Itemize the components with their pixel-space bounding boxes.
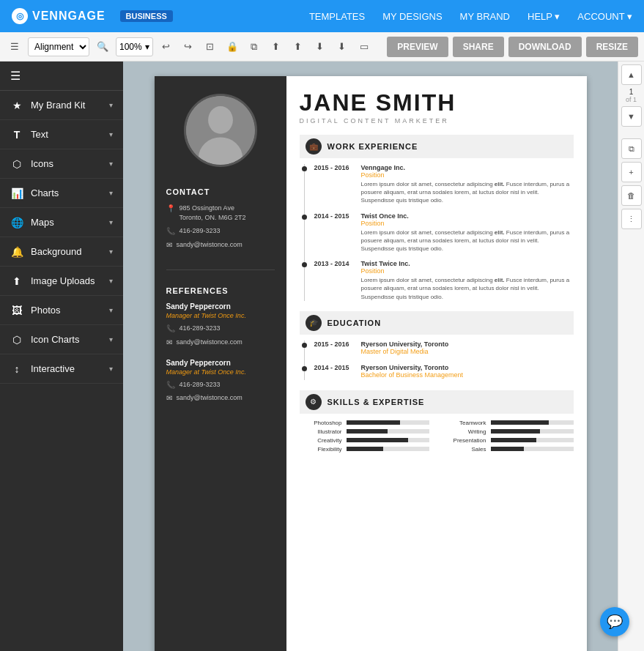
panel-copy-button[interactable]: ⧉ bbox=[621, 138, 642, 159]
undo-button[interactable]: ↩ bbox=[158, 38, 175, 56]
divider bbox=[166, 269, 275, 270]
work-item-2: 2014 - 2015 Twist Once Inc. Position Lor… bbox=[314, 212, 574, 253]
panel-down-button[interactable]: ▼ bbox=[621, 106, 642, 127]
search-icon[interactable]: 🔍 bbox=[94, 38, 111, 56]
move-top-button[interactable]: ⬆ bbox=[289, 38, 307, 56]
work-date-2: 2014 - 2015 bbox=[314, 212, 355, 253]
sidebar-item-interactive[interactable]: ↕ Interactive ▾ bbox=[0, 354, 123, 384]
ref1-email: ✉ sandy@twistonce.com bbox=[166, 338, 275, 347]
skill-label: Illustrator bbox=[300, 428, 342, 435]
edu-date-1: 2015 - 2016 bbox=[314, 341, 355, 357]
work-pos-3: Position bbox=[361, 267, 574, 275]
timeline-dot bbox=[302, 343, 307, 348]
skills-section: ⚙ SKILLS & EXPERTISE Photoshop Illustrat… bbox=[300, 390, 574, 455]
skill-label: Teamwork bbox=[444, 420, 486, 426]
work-date-3: 2013 - 2014 bbox=[314, 260, 355, 301]
phone-icon: 📞 bbox=[166, 381, 175, 389]
chevron-icon: ▾ bbox=[109, 365, 113, 373]
sidebar-item-text[interactable]: T Text ▾ bbox=[0, 120, 123, 149]
ref2-phone: 📞 416-289-3233 bbox=[166, 380, 275, 390]
skills-title: SKILLS & EXPERTISE bbox=[327, 398, 425, 406]
contact-address: 📍 985 Ossington Ave Toronto, ON. M6G 2T2 bbox=[166, 204, 275, 222]
resize-button[interactable]: RESIZE bbox=[586, 37, 638, 57]
edu-item-2: 2014 - 2015 Ryerson University, Toronto … bbox=[314, 364, 574, 380]
ref2-email: ✉ sandy@twistonce.com bbox=[166, 393, 275, 403]
sidebar-item-brand-kit[interactable]: ★ My Brand Kit ▾ bbox=[0, 91, 123, 120]
work-pos-1: Position bbox=[361, 171, 574, 179]
address-line2: Toronto, ON. M6G 2T2 bbox=[179, 213, 246, 223]
edu-org-2: Ryerson University, Toronto bbox=[361, 364, 574, 371]
contact-section: CONTACT 📍 985 Ossington Ave Toronto, ON.… bbox=[155, 179, 286, 262]
move-up-button[interactable]: ⬆ bbox=[267, 38, 285, 56]
sidebar-item-photos[interactable]: 🖼 Photos ▾ bbox=[0, 296, 123, 325]
edu-org-1: Ryerson University, Toronto bbox=[361, 341, 574, 348]
panel-delete-button[interactable]: 🗑 bbox=[621, 185, 642, 206]
canvas-area[interactable]: CONTACT 📍 985 Ossington Ave Toronto, ON.… bbox=[123, 62, 618, 651]
zoom-input[interactable]: 100% ▾ bbox=[116, 37, 153, 56]
move-bottom-button[interactable]: ⬇ bbox=[333, 38, 351, 56]
alignment-select[interactable]: Alignment bbox=[28, 37, 89, 56]
nav-my-brand[interactable]: MY BRAND bbox=[460, 11, 510, 22]
main-layout: ☰ ★ My Brand Kit ▾ T Text ▾ ⬡ Icons ▾ bbox=[0, 62, 644, 651]
nav-my-designs[interactable]: MY DESIGNS bbox=[382, 11, 442, 22]
skill-bar bbox=[347, 429, 388, 434]
nav-help[interactable]: HELP ▾ bbox=[528, 11, 560, 22]
resume-right-column: JANE SMITH DIGITAL CONTENT MARKETER 💼 WO… bbox=[286, 76, 587, 651]
skill-label: Flexibility bbox=[300, 446, 342, 453]
panel-up-button[interactable]: ▲ bbox=[621, 64, 642, 85]
sidebar-item-icon-charts[interactable]: ⬡ Icon Charts ▾ bbox=[0, 325, 123, 354]
work-experience-title: WORK EXPERIENCE bbox=[327, 142, 418, 151]
skill-presentation: Presentation bbox=[444, 437, 574, 444]
panel-more-button[interactable]: ⋮ bbox=[621, 209, 642, 229]
phone-icon: 📞 bbox=[166, 324, 175, 332]
sidebar-item-background[interactable]: 🔔 Background ▾ bbox=[0, 237, 123, 267]
copy-button[interactable]: ⧉ bbox=[245, 38, 263, 56]
skill-creativity: Creativity bbox=[300, 437, 429, 444]
edu-content-2: Ryerson University, Toronto Bachelor of … bbox=[361, 364, 574, 380]
nav-templates[interactable]: TEMPLATES bbox=[309, 11, 365, 22]
work-item-1: 2015 - 2016 Venngage Inc. Position Lorem… bbox=[314, 164, 574, 205]
download-button[interactable]: DOWNLOAD bbox=[508, 37, 582, 57]
sidebar-item-maps[interactable]: 🌐 Maps ▾ bbox=[0, 208, 123, 237]
contact-phone: 📞 416-289-3233 bbox=[166, 226, 275, 236]
redo-button[interactable]: ↪ bbox=[179, 38, 197, 56]
chevron-icon: ▾ bbox=[109, 248, 113, 256]
preview-button[interactable]: PREVIEW bbox=[387, 37, 448, 57]
panel-add-button[interactable]: + bbox=[621, 162, 642, 182]
photo-placeholder bbox=[186, 96, 255, 165]
skill-sales: Sales bbox=[444, 446, 574, 453]
sidebar-item-charts[interactable]: 📊 Charts ▾ bbox=[0, 179, 123, 208]
skill-writing: Writing bbox=[444, 428, 574, 435]
logo[interactable]: ◎ VENNGAGE bbox=[12, 8, 106, 24]
skill-bar bbox=[491, 420, 549, 425]
crop-button[interactable]: ⊡ bbox=[201, 38, 219, 56]
resume-name: JANE SMITH bbox=[300, 91, 574, 114]
skill-bar bbox=[491, 429, 541, 434]
skills-header: ⚙ SKILLS & EXPERTISE bbox=[300, 390, 574, 414]
menu-button[interactable]: ☰ bbox=[6, 38, 23, 56]
skill-illustrator: Illustrator bbox=[300, 428, 429, 435]
share-button[interactable]: SHARE bbox=[453, 37, 504, 57]
work-content-1: Venngage Inc. Position Lorem ipsum dolor… bbox=[361, 164, 574, 205]
hamburger-icon[interactable]: ☰ bbox=[10, 69, 21, 83]
maps-icon: 🌐 bbox=[10, 217, 23, 228]
nav-account[interactable]: ACCOUNT ▾ bbox=[577, 11, 632, 22]
sidebar-item-icons[interactable]: ⬡ Icons ▾ bbox=[0, 149, 123, 179]
top-navigation: ◎ VENNGAGE BUSINESS TEMPLATES MY DESIGNS… bbox=[0, 0, 644, 32]
sidebar-label-text: Text bbox=[31, 129, 48, 140]
lock-button[interactable]: 🔒 bbox=[223, 38, 241, 56]
skill-photoshop: Photoshop bbox=[300, 420, 429, 426]
photos-icon: 🖼 bbox=[10, 305, 23, 316]
work-date-1: 2015 - 2016 bbox=[314, 164, 355, 205]
chat-bubble[interactable]: 💬 bbox=[600, 607, 629, 636]
skill-bar-bg bbox=[491, 429, 574, 434]
page-indicator: 1 of 1 bbox=[626, 88, 637, 103]
edu-pos-2: Bachelor of Business Management bbox=[361, 371, 574, 379]
skills-icon: ⚙ bbox=[306, 394, 322, 410]
image-uploads-icon: ⬆ bbox=[10, 275, 23, 287]
chevron-icon: ▾ bbox=[109, 189, 113, 197]
move-down-button[interactable]: ⬇ bbox=[311, 38, 329, 56]
delete-button[interactable]: ▭ bbox=[355, 38, 373, 56]
contact-title: CONTACT bbox=[166, 187, 275, 196]
sidebar-item-image-uploads[interactable]: ⬆ Image Uploads ▾ bbox=[0, 267, 123, 296]
